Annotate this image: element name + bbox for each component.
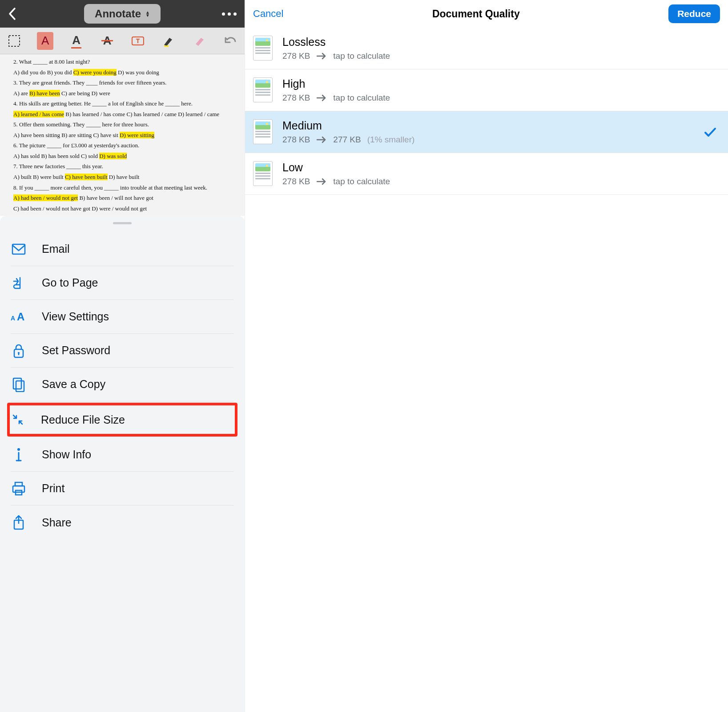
menu-item-label: View Settings [42,310,109,323]
underline-icon[interactable]: A [68,32,84,50]
menu-item-label: Email [42,243,70,255]
quality-options: Lossless278 KBtap to calculateHigh278 KB… [245,28,728,195]
copy-icon [11,377,27,392]
menu-item-label: Show Info [42,448,91,461]
view-settings-icon: AA [11,311,27,323]
document-preview: 2. What _____ at 8.00 last night?A) did … [0,54,245,216]
compress-icon [10,413,26,427]
nav-bar: Annotate [0,0,245,28]
action-sheet: EmailGo to PageAAView SettingsSet Passwo… [0,216,245,712]
share-icon [11,515,27,530]
menu-item-label: Print [42,482,64,495]
thumbnail-icon [253,36,273,61]
mode-selector[interactable]: Annotate [84,4,161,24]
svg-point-11 [17,448,20,451]
lock-icon [11,343,27,358]
updown-icon [145,11,150,17]
menu-item-set-password[interactable]: Set Password [11,334,234,368]
page-title: Document Quality [432,8,520,20]
option-title: Medium [282,119,718,132]
menu-item-go-to-page[interactable]: Go to Page [11,266,234,300]
svg-text:A: A [11,315,15,322]
svg-rect-15 [13,486,24,492]
arrow-right-icon [316,178,327,185]
right-screenshot: Cancel Document Quality Reduce Lossless2… [245,0,728,712]
eraser-icon[interactable] [192,32,207,50]
print-icon [11,481,27,496]
menu-item-label: Save a Copy [42,378,105,391]
thumbnail-icon [253,119,273,144]
arrow-right-icon [316,94,327,101]
mode-label: Annotate [95,8,141,20]
menu-item-save-a-copy[interactable]: Save a Copy [11,368,234,401]
option-subtitle: 278 KBtap to calculate [282,51,718,61]
quality-option-lossless[interactable]: Lossless278 KBtap to calculate [245,28,728,69]
info-icon [11,447,27,462]
back-icon[interactable] [8,7,17,20]
option-title: High [282,77,718,90]
menu-item-reduce-file-size[interactable]: Reduce File Size [7,403,237,437]
thumbnail-icon [253,77,273,102]
arrow-right-icon [316,136,327,143]
textbox-icon[interactable]: T [130,32,146,50]
menu-item-email[interactable]: Email [11,232,234,266]
menu-item-view-settings[interactable]: AAView Settings [11,300,234,334]
menu-item-label: Reduce File Size [41,413,125,426]
svg-rect-10 [16,381,24,392]
annotate-toolbar: A A A T [0,28,245,54]
svg-rect-0 [9,36,20,46]
sheet-grabber[interactable] [113,222,132,224]
option-subtitle: 278 KBtap to calculate [282,93,718,103]
option-subtitle: 278 KBtap to calculate [282,177,718,186]
option-subtitle: 278 KB277 KB(1% smaller) [282,135,718,145]
action-menu: EmailGo to PageAAView SettingsSet Passwo… [0,232,245,539]
option-title: Lossless [282,36,718,49]
quality-nav: Cancel Document Quality Reduce [245,0,728,28]
select-icon[interactable] [6,32,22,50]
reduce-button[interactable]: Reduce [668,4,720,23]
arrow-right-icon [316,53,327,60]
quality-option-low[interactable]: Low278 KBtap to calculate [245,153,728,195]
goto-page-icon [11,276,27,290]
quality-option-high[interactable]: High278 KBtap to calculate [245,69,728,111]
quality-option-medium[interactable]: Medium278 KB277 KB(1% smaller) [245,111,728,153]
email-icon [11,243,27,255]
option-title: Low [282,161,718,174]
freehand-icon[interactable] [161,32,177,50]
menu-item-label: Share [42,516,72,529]
menu-item-show-info[interactable]: Show Info [11,438,234,472]
undo-icon[interactable] [223,32,238,50]
check-icon [704,127,716,137]
svg-rect-3 [12,244,25,254]
svg-text:T: T [136,37,140,44]
menu-item-label: Go to Page [42,276,98,289]
menu-item-print[interactable]: Print [11,472,234,506]
more-icon[interactable] [222,12,237,16]
cancel-button[interactable]: Cancel [253,8,283,20]
svg-rect-9 [13,378,21,389]
menu-item-label: Set Password [42,344,110,357]
text-highlight-icon[interactable]: A [37,32,53,50]
strikethrough-icon[interactable]: A [99,32,115,50]
svg-text:A: A [17,311,24,323]
thumbnail-icon [253,161,273,186]
menu-item-share[interactable]: Share [11,506,234,539]
left-screenshot: Annotate A A A T 2. What _____ at 8.00 l… [0,0,245,712]
